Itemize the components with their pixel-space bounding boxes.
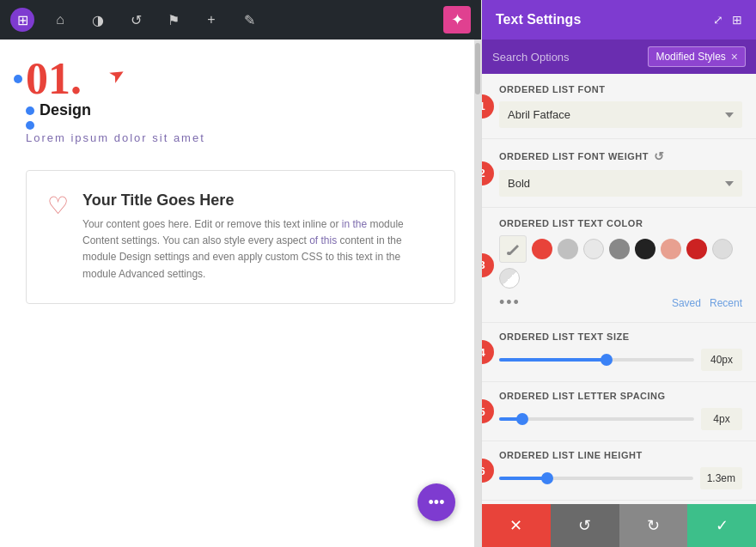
- line-height-slider-row: 1.3em: [499, 467, 742, 489]
- redo-button[interactable]: ↻: [619, 504, 688, 547]
- card-title: Your Title Goes Here: [82, 191, 434, 210]
- color-swatch-salmon[interactable]: [661, 239, 681, 259]
- canvas-content: 01. ➤ Design Lorem ipsum dolor sit amet …: [0, 40, 481, 547]
- color-swatch-darkred[interactable]: [686, 239, 707, 259]
- font-weight-section: 2 Ordered List Font Weight ↺ Bold: [482, 139, 756, 208]
- line-height-fill: [499, 477, 547, 480]
- text-size-slider-row: 40px: [499, 349, 742, 371]
- text-size-label: Ordered List Text Size: [499, 331, 742, 342]
- line-height-section: 6 Ordered List Line Height 1.3em: [482, 441, 756, 501]
- card-icon: ♡: [47, 191, 69, 283]
- color-links: Saved Recent: [672, 297, 742, 309]
- font-section: 1 Ordered List Font Abril Fatface: [482, 74, 756, 139]
- font-weight-select[interactable]: Bold: [499, 170, 742, 197]
- toolbar: ⊞ ⌂ ◑ ↺ ⚑ + ✎ ✦: [0, 0, 481, 40]
- text-color-section: 3 Ordered List Text Color: [482, 208, 756, 323]
- color-more-dots[interactable]: •••: [499, 294, 521, 312]
- right-panel: Text Settings ⤢ ⊞ Search Options Modifie…: [481, 0, 756, 547]
- refresh-icon[interactable]: ↺: [124, 8, 148, 32]
- scrollbar[interactable]: [474, 40, 481, 547]
- expand-icon[interactable]: ⤢: [713, 13, 723, 27]
- float-dots-icon: •••: [429, 494, 445, 512]
- demo-subtitle: Lorem ipsum dolor sit amet: [26, 131, 455, 144]
- content-card: ♡ Your Title Goes Here Your content goes…: [26, 170, 455, 304]
- eyedropper-icon: [507, 243, 519, 255]
- panel-title: Text Settings: [496, 12, 581, 27]
- color-swatch-dark[interactable]: [635, 239, 655, 259]
- palette-icon[interactable]: ◑: [86, 8, 110, 32]
- text-size-fill: [499, 358, 607, 362]
- search-options-label[interactable]: Search Options: [492, 51, 570, 64]
- font-select[interactable]: Abril Fatface: [499, 101, 742, 128]
- style-type-section: 7 Ordered List Style Type decimal-leadin…: [482, 501, 756, 504]
- letter-spacing-thumb[interactable]: [516, 413, 528, 425]
- saved-link[interactable]: Saved: [672, 297, 701, 309]
- add-icon[interactable]: +: [199, 8, 223, 32]
- color-swatch-gradient[interactable]: [499, 268, 520, 289]
- panel-header: Text Settings ⤢ ⊞: [482, 0, 756, 40]
- color-swatch-gray[interactable]: [558, 239, 578, 259]
- letter-spacing-section: 5 Ordered List Letter Spacing 4px: [482, 382, 756, 441]
- action-bar: ✕ ↺ ↻ ✓: [482, 504, 756, 547]
- panel-header-icons: ⤢ ⊞: [713, 13, 742, 27]
- font-weight-label: Ordered List Font Weight ↺: [499, 149, 742, 163]
- float-dots-button[interactable]: •••: [418, 483, 455, 521]
- filter-bar: Search Options Modified Styles ×: [482, 40, 756, 74]
- line-height-value[interactable]: 1.3em: [700, 467, 742, 489]
- demo-number: 01.: [26, 57, 82, 101]
- flag-icon[interactable]: ⚑: [162, 8, 186, 32]
- color-swatch-red[interactable]: [532, 239, 552, 259]
- canvas-area: ⊞ ⌂ ◑ ↺ ⚑ + ✎ ✦ 01. ➤ Design Lor: [0, 0, 481, 547]
- step-5-badge: 5: [482, 399, 494, 423]
- font-weight-reset-icon[interactable]: ↺: [654, 149, 665, 163]
- text-size-track[interactable]: [499, 358, 694, 362]
- wordpress-icon[interactable]: ⊞: [10, 8, 34, 32]
- recent-link[interactable]: Recent: [710, 297, 742, 309]
- step-3-badge: 3: [482, 253, 494, 277]
- color-swatch-white[interactable]: [712, 239, 733, 259]
- step-6-badge: 6: [482, 459, 494, 483]
- text-size-thumb[interactable]: [601, 354, 613, 366]
- text-color-label: Ordered List Text Color: [499, 218, 742, 228]
- color-swatch-light[interactable]: [583, 239, 604, 259]
- undo-button[interactable]: ↺: [551, 504, 619, 547]
- step-1-badge: 1: [482, 94, 494, 119]
- letter-spacing-track[interactable]: [499, 417, 694, 421]
- modified-label: Modified Styles: [655, 51, 725, 63]
- modified-close-icon[interactable]: ×: [731, 50, 738, 64]
- color-row: [499, 235, 742, 289]
- color-picker-button[interactable]: [499, 235, 527, 263]
- svg-point-0: [507, 252, 510, 255]
- demo-title: Design: [40, 101, 91, 119]
- color-actions: ••• Saved Recent: [499, 294, 742, 312]
- line-height-thumb[interactable]: [541, 472, 553, 484]
- card-body: Your content goes here. Edit or remove t…: [82, 216, 434, 283]
- modified-styles-badge[interactable]: Modified Styles ×: [648, 46, 746, 67]
- line-height-track[interactable]: [499, 477, 693, 480]
- cancel-button[interactable]: ✕: [482, 504, 551, 547]
- color-swatch-mid[interactable]: [609, 239, 630, 259]
- grid-icon[interactable]: ⊞: [732, 13, 742, 27]
- letter-spacing-value[interactable]: 4px: [701, 408, 742, 430]
- step-4-badge: 4: [482, 340, 494, 364]
- step-2-badge: 2: [482, 161, 494, 185]
- font-label: Ordered List Font: [499, 84, 742, 94]
- line-height-label: Ordered List Line Height: [499, 450, 742, 460]
- panel-content[interactable]: 1 Ordered List Font Abril Fatface 2 Orde…: [482, 74, 756, 504]
- divi-logo: ✦: [443, 6, 471, 33]
- home-icon[interactable]: ⌂: [48, 8, 72, 32]
- text-size-value[interactable]: 40px: [701, 349, 742, 371]
- save-button[interactable]: ✓: [687, 504, 756, 547]
- letter-spacing-slider-row: 4px: [499, 408, 742, 430]
- edit-icon[interactable]: ✎: [237, 8, 261, 32]
- text-size-section: 4 Ordered List Text Size 40px: [482, 323, 756, 382]
- letter-spacing-label: Ordered List Letter Spacing: [499, 391, 742, 401]
